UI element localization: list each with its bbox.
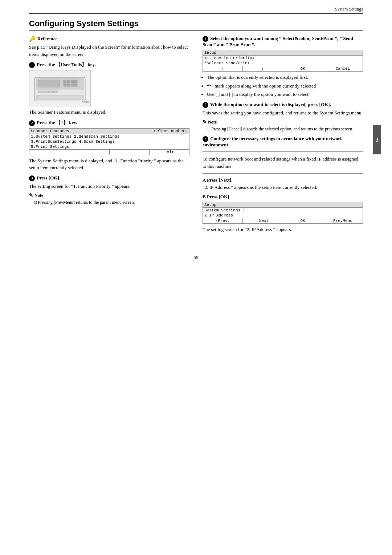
step4-screen: Setup <1.Function Priority> *Select: Sen… (203, 50, 363, 72)
bullet-1: The option that is currently selected is… (207, 74, 363, 81)
step5-label: 5 While the option you want to select is… (203, 102, 363, 108)
svg-rect-5 (71, 80, 74, 83)
step6-sub-b-screen: Setup System Settings : 2.IP Address ↑Pr… (203, 202, 363, 224)
step2: 2 Press the 【1】 key. Scanner Features Se… (29, 119, 189, 171)
step3: 3 Press [OK]. The setting screen for “1.… (29, 175, 189, 206)
reference-body: See p.15 “Using Keys Displayed on the Sc… (29, 44, 189, 58)
page-number: 55 (0, 251, 392, 264)
step3-note-title: Note (29, 193, 189, 198)
svg-rect-9 (71, 84, 74, 86)
step1: 1 Press the 【User Tools】 key. (29, 61, 189, 116)
step5-body: This saves the setting you have configur… (203, 109, 363, 117)
step3-label: 3 Press [OK]. (29, 175, 189, 181)
step5-note-body: □ Pressing [Cancel] discards the selecte… (203, 126, 363, 132)
sidebar-tab: 3 (373, 125, 381, 154)
svg-text:ADK0002: ADK0002 (82, 101, 89, 104)
step3-note-body: □ Pressing [PrevMenu] returns to the par… (29, 199, 189, 206)
svg-rect-7 (64, 84, 66, 86)
svg-rect-6 (74, 80, 77, 83)
machine-image: ADK0002 (29, 70, 91, 106)
key-icon: 🔑 (29, 36, 36, 42)
svg-rect-4 (67, 80, 70, 83)
step2-after: The System Settings menu is displayed, a… (29, 157, 189, 171)
svg-rect-12 (43, 91, 48, 93)
svg-rect-8 (67, 84, 70, 86)
step3-note: Note □ Pressing [PrevMenu] returns to th… (29, 193, 189, 206)
svg-rect-2 (38, 80, 60, 87)
page-title: Configuring System Settings (29, 19, 363, 31)
svg-rect-10 (74, 84, 77, 86)
step2-screen: Scanner Features Select number. 1.System… (29, 128, 189, 155)
svg-rect-3 (64, 80, 66, 83)
step4-label: 4 Select the option you want among “ Sel… (203, 36, 363, 48)
step6-sub-b: B Press [OK]. Setup System Settings : 2.… (203, 194, 363, 233)
bullet-2: “*” mark appears along with the option c… (207, 82, 363, 90)
svg-rect-13 (48, 91, 53, 93)
step6-sub-b-body: The setting screen for “2. IP Address ” … (203, 226, 363, 233)
step6-sub-b-label: B Press [OK]. (203, 194, 363, 200)
step4-bullets: The option that is currently selected is… (207, 74, 363, 98)
step6-divider-bottom (203, 173, 363, 174)
step4: 4 Select the option you want among “ Sel… (203, 36, 363, 98)
page-header: System Settings (0, 0, 392, 15)
step3-body: The setting screen for “1. Function Prio… (29, 183, 189, 190)
reference-title: 🔑 Reference (29, 36, 189, 42)
step6-sub-a-label: A Press [Next]. (203, 177, 363, 183)
step1-label: 1 Press the 【User Tools】 key. (29, 61, 189, 68)
step6-divider-top (203, 151, 363, 152)
step1-after: The Scanner Features menu is displayed. (29, 109, 189, 116)
section-label: System Settings (335, 7, 363, 12)
step2-label: 2 Press the 【1】 key. (29, 119, 189, 126)
machine-svg: ADK0002 (31, 72, 89, 105)
step6-label: 6 Configure the necessary settings in ac… (203, 136, 363, 148)
svg-rect-11 (38, 91, 42, 93)
step5-note-title: Note (203, 119, 363, 125)
step6: 6 Configure the necessary settings in ac… (203, 136, 363, 233)
step6-sub-a: A Press [Next]. “2. IP Address ” appears… (203, 177, 363, 191)
bullet-3: Use [ ] and [ ] to display the option yo… (207, 91, 363, 98)
svg-rect-14 (53, 91, 58, 93)
reference-section: 🔑 Reference See p.15 “Using Keys Display… (29, 36, 189, 58)
step6-sub-a-body: “2. IP Address ” appears as the setup it… (203, 184, 363, 191)
step5-note: Note □ Pressing [Cancel] discards the se… (203, 119, 363, 132)
svg-rect-15 (36, 96, 83, 100)
step6-intro: To configure network boot and related se… (203, 155, 363, 170)
step5: 5 While the option you want to select is… (203, 102, 363, 133)
